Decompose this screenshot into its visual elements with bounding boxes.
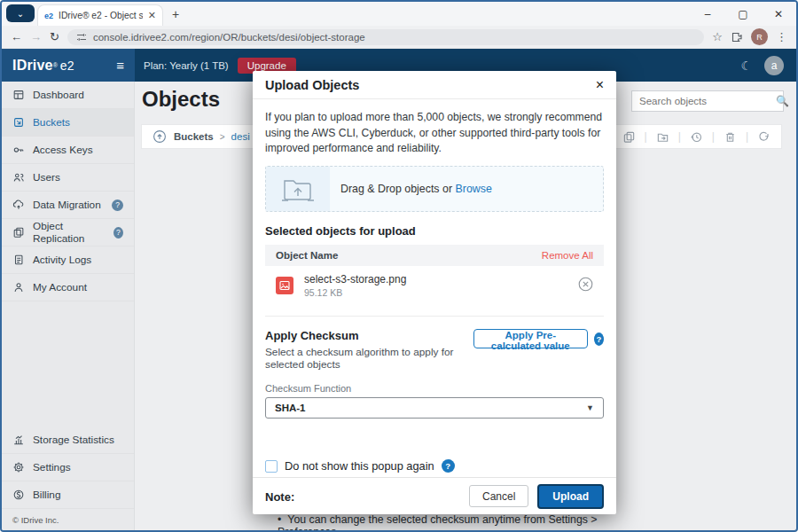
sidebar-item-storage-statistics[interactable]: Storage Statistics <box>2 426 134 454</box>
help-badge-icon[interactable]: ? <box>112 200 123 211</box>
forward-button[interactable]: → <box>30 30 42 43</box>
browser-toolbar: ← → ↻ console.idrivee2.com/region/OR/buc… <box>2 26 796 49</box>
remove-all-link[interactable]: Remove All <box>542 250 593 261</box>
back-button[interactable]: ← <box>11 30 22 43</box>
tab-strip: ⌄ e2 IDrive® e2 - Object storage ✕ + – ▢… <box>2 2 796 26</box>
trash-icon[interactable] <box>724 130 737 144</box>
image-file-icon <box>276 277 293 294</box>
breadcrumb-current[interactable]: desi <box>231 131 250 142</box>
sidebar-item-data-migration[interactable]: Data Migration ? <box>2 192 134 219</box>
checksum-selected-value: SHA-1 <box>275 403 306 413</box>
checksum-help-icon[interactable]: ? <box>594 332 604 346</box>
upload-button[interactable]: Upload <box>537 484 604 509</box>
reload-button[interactable]: ↻ <box>50 30 59 43</box>
logo-reg-mark: ® <box>53 62 58 68</box>
replication-icon <box>12 226 25 239</box>
close-button[interactable]: ✕ <box>761 8 796 20</box>
remove-file-icon[interactable] <box>578 277 593 295</box>
window-controls: – ▢ ✕ <box>690 2 796 26</box>
refresh-icon[interactable] <box>757 130 771 144</box>
dont-show-help-icon[interactable]: ? <box>442 459 455 473</box>
search-icon[interactable]: 🔍 <box>776 95 789 107</box>
key-icon <box>12 144 25 156</box>
browse-link[interactable]: Browse <box>455 183 491 195</box>
sidebar-item-users[interactable]: Users <box>2 164 134 192</box>
url-text: console.idrivee2.com/region/OR/buckets/d… <box>93 32 365 43</box>
sidebar-label: Activity Logs <box>33 254 91 266</box>
chart-icon <box>12 434 25 446</box>
table-header: Object Name Remove All <box>265 245 604 266</box>
logo-brand-text: IDrive <box>12 58 53 74</box>
dollar-icon <box>12 489 25 501</box>
favicon: e2 <box>44 12 53 20</box>
maximize-button[interactable]: ▢ <box>725 8 761 20</box>
dont-show-label: Do not show this popup again <box>285 459 434 473</box>
apply-checksum-subtext: Select a checksum algorithm to apply for… <box>265 346 473 371</box>
column-object-name: Object Name <box>276 250 338 261</box>
account-avatar[interactable]: a <box>764 56 784 75</box>
sidebar-item-billing[interactable]: Billing <box>2 481 134 509</box>
browser-profile-avatar[interactable]: R <box>751 28 768 45</box>
sidebar-item-buckets[interactable]: Buckets <box>2 109 134 137</box>
logo-product-text: e2 <box>60 59 74 73</box>
extensions-icon[interactable] <box>731 31 743 43</box>
divider <box>265 316 604 317</box>
new-tab-button[interactable]: + <box>172 7 179 21</box>
dark-mode-icon[interactable]: ☾ <box>740 59 752 73</box>
copyright-text: © IDrive Inc. <box>12 515 59 525</box>
upload-objects-modal: Upload Objects × If you plan to upload m… <box>253 71 616 514</box>
sidebar-item-dashboard[interactable]: Dashboard <box>2 82 134 109</box>
tab-search-button[interactable]: ⌄ <box>6 4 35 22</box>
apply-precalculated-button[interactable]: Apply Pre-calculated value <box>473 329 588 348</box>
site-info-icon[interactable] <box>76 32 87 43</box>
browser-tab[interactable]: e2 IDrive® e2 - Object storage ✕ <box>37 4 163 26</box>
breadcrumb-root[interactable]: Buckets <box>174 131 214 142</box>
sidebar-item-object-replication[interactable]: Object Replication ? <box>2 219 134 246</box>
search-box: 🔍 <box>631 90 784 112</box>
sidebar-item-settings[interactable]: Settings <box>2 454 134 481</box>
file-size: 95.12 KB <box>304 287 406 298</box>
modal-close-icon[interactable]: × <box>596 78 604 92</box>
sidebar-item-access-keys[interactable]: Access Keys <box>2 137 134 164</box>
history-icon[interactable] <box>690 130 703 144</box>
browser-window: ⌄ e2 IDrive® e2 - Object storage ✕ + – ▢… <box>0 0 798 532</box>
chrome-menu-icon[interactable]: ⋮ <box>776 30 787 43</box>
selected-objects-heading: Selected objects for upload <box>265 224 604 238</box>
dashboard-icon <box>12 89 25 101</box>
gear-icon <box>12 461 25 473</box>
person-icon <box>12 281 25 293</box>
sidebar-label: Access Keys <box>33 144 93 156</box>
document-icon <box>12 254 25 266</box>
sidebar-label: Billing <box>33 489 60 501</box>
hamburger-menu-icon[interactable]: ≡ <box>116 58 124 73</box>
users-icon <box>12 171 25 184</box>
app-logo: IDrive®e2 ≡ <box>2 49 135 82</box>
file-name: select-s3-storage.png <box>304 273 406 286</box>
cancel-button[interactable]: Cancel <box>469 485 528 507</box>
sidebar-label: Data Migration <box>33 199 101 211</box>
sidebar: Dashboard Buckets Access Keys Users Data… <box>2 82 135 530</box>
minimize-button[interactable]: – <box>690 8 725 20</box>
search-input[interactable] <box>639 96 776 106</box>
address-bar[interactable]: console.idrivee2.com/region/OR/buckets/d… <box>67 29 704 45</box>
tab-close-icon[interactable]: ✕ <box>148 10 156 21</box>
bucket-icon <box>12 116 25 129</box>
upload-folder-icon <box>280 175 316 203</box>
bookmark-star-icon[interactable]: ☆ <box>712 30 723 43</box>
chevron-down-icon: ▼ <box>586 403 594 412</box>
sidebar-label: My Account <box>33 281 87 293</box>
checksum-function-select[interactable]: SHA-1 ▼ <box>265 397 604 419</box>
checksum-function-label: Checksum Function <box>265 383 604 394</box>
modal-title: Upload Objects <box>265 78 359 92</box>
sidebar-item-activity-logs[interactable]: Activity Logs <box>2 246 134 274</box>
sidebar-label: Object Replication <box>33 220 106 245</box>
home-icon[interactable] <box>153 129 167 144</box>
move-to-folder-icon[interactable] <box>656 130 669 144</box>
dont-show-checkbox[interactable] <box>265 460 278 473</box>
sidebar-item-my-account[interactable]: My Account <box>2 274 134 301</box>
cloud-migration-icon <box>12 199 25 211</box>
copy-icon[interactable] <box>622 130 636 144</box>
breadcrumb-separator: > <box>220 132 225 142</box>
help-badge-icon[interactable]: ? <box>113 227 123 239</box>
dropzone[interactable]: Drag & Drop objects or Browse <box>265 166 604 212</box>
